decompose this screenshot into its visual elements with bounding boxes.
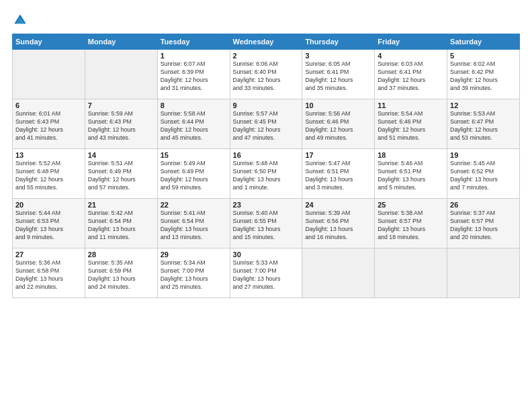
calendar-cell: 25Sunrise: 5:38 AM Sunset: 6:57 PM Dayli… <box>375 199 447 248</box>
calendar-cell: 12Sunrise: 5:53 AM Sunset: 6:47 PM Dayli… <box>447 99 520 149</box>
calendar-cell: 8Sunrise: 5:58 AM Sunset: 6:44 PM Daylig… <box>157 99 230 149</box>
day-number: 23 <box>233 201 300 209</box>
calendar-cell <box>85 50 157 99</box>
day-number: 30 <box>233 250 300 259</box>
calendar-cell: 3Sunrise: 6:05 AM Sunset: 6:41 PM Daylig… <box>302 50 375 99</box>
calendar-cell <box>302 248 375 298</box>
day-info: Sunrise: 6:05 AM Sunset: 6:41 PM Dayligh… <box>305 60 371 93</box>
calendar-cell: 15Sunrise: 5:49 AM Sunset: 6:49 PM Dayli… <box>157 149 230 199</box>
day-number: 18 <box>378 151 444 159</box>
day-number: 22 <box>161 201 227 209</box>
week-row-1: 1Sunrise: 6:07 AM Sunset: 6:39 PM Daylig… <box>13 50 520 99</box>
day-info: Sunrise: 5:58 AM Sunset: 6:44 PM Dayligh… <box>161 110 227 142</box>
calendar-cell: 22Sunrise: 5:41 AM Sunset: 6:54 PM Dayli… <box>157 199 230 248</box>
day-info: Sunrise: 5:59 AM Sunset: 6:43 PM Dayligh… <box>88 110 154 142</box>
day-info: Sunrise: 5:35 AM Sunset: 6:59 PM Dayligh… <box>88 259 154 291</box>
day-info: Sunrise: 5:34 AM Sunset: 7:00 PM Dayligh… <box>161 259 227 291</box>
day-info: Sunrise: 5:47 AM Sunset: 6:51 PM Dayligh… <box>305 160 371 192</box>
calendar-cell: 6Sunrise: 6:01 AM Sunset: 6:43 PM Daylig… <box>13 99 85 149</box>
day-info: Sunrise: 5:54 AM Sunset: 6:46 PM Dayligh… <box>378 110 444 142</box>
week-row-4: 20Sunrise: 5:44 AM Sunset: 6:53 PM Dayli… <box>13 199 520 248</box>
day-info: Sunrise: 5:40 AM Sunset: 6:55 PM Dayligh… <box>233 210 300 242</box>
day-number: 29 <box>161 250 227 259</box>
day-number: 12 <box>450 101 517 109</box>
day-number: 19 <box>450 151 517 159</box>
day-number: 6 <box>15 101 82 109</box>
day-number: 13 <box>15 151 82 159</box>
day-number: 14 <box>88 151 154 159</box>
day-info: Sunrise: 6:02 AM Sunset: 6:42 PM Dayligh… <box>450 60 517 93</box>
calendar-cell: 30Sunrise: 5:33 AM Sunset: 7:00 PM Dayli… <box>230 248 302 298</box>
day-number: 1 <box>161 52 227 60</box>
calendar-cell: 16Sunrise: 5:48 AM Sunset: 6:50 PM Dayli… <box>230 149 302 199</box>
calendar-cell: 7Sunrise: 5:59 AM Sunset: 6:43 PM Daylig… <box>85 99 157 149</box>
day-number: 26 <box>450 201 517 209</box>
day-header-thursday: Thursday <box>302 34 375 50</box>
day-info: Sunrise: 5:38 AM Sunset: 6:57 PM Dayligh… <box>378 210 444 242</box>
calendar-cell: 1Sunrise: 6:07 AM Sunset: 6:39 PM Daylig… <box>157 50 230 99</box>
day-number: 2 <box>233 52 300 60</box>
calendar-table: SundayMondayTuesdayWednesdayThursdayFrid… <box>12 34 520 298</box>
calendar-cell: 2Sunrise: 6:06 AM Sunset: 6:40 PM Daylig… <box>230 50 302 99</box>
day-info: Sunrise: 6:03 AM Sunset: 6:41 PM Dayligh… <box>378 60 444 93</box>
day-number: 25 <box>378 201 444 209</box>
day-info: Sunrise: 5:56 AM Sunset: 6:46 PM Dayligh… <box>305 110 371 142</box>
day-info: Sunrise: 5:41 AM Sunset: 6:54 PM Dayligh… <box>161 210 227 242</box>
day-number: 3 <box>305 52 371 60</box>
day-info: Sunrise: 6:06 AM Sunset: 6:40 PM Dayligh… <box>233 60 300 93</box>
day-number: 11 <box>378 101 444 109</box>
day-info: Sunrise: 5:51 AM Sunset: 6:49 PM Dayligh… <box>88 160 154 192</box>
day-number: 16 <box>233 151 300 159</box>
calendar-cell: 19Sunrise: 5:45 AM Sunset: 6:52 PM Dayli… <box>447 149 520 199</box>
day-info: Sunrise: 5:42 AM Sunset: 6:54 PM Dayligh… <box>88 210 154 242</box>
week-row-5: 27Sunrise: 5:36 AM Sunset: 6:58 PM Dayli… <box>13 248 520 298</box>
calendar-cell <box>13 50 85 99</box>
day-number: 28 <box>88 250 154 259</box>
calendar-cell: 29Sunrise: 5:34 AM Sunset: 7:00 PM Dayli… <box>157 248 230 298</box>
day-info: Sunrise: 5:45 AM Sunset: 6:52 PM Dayligh… <box>450 160 517 192</box>
day-header-saturday: Saturday <box>447 34 520 50</box>
calendar-cell: 27Sunrise: 5:36 AM Sunset: 6:58 PM Dayli… <box>13 248 85 298</box>
day-number: 24 <box>305 201 371 209</box>
calendar-cell: 20Sunrise: 5:44 AM Sunset: 6:53 PM Dayli… <box>13 199 85 248</box>
calendar-cell: 23Sunrise: 5:40 AM Sunset: 6:55 PM Dayli… <box>230 199 302 248</box>
day-info: Sunrise: 5:44 AM Sunset: 6:53 PM Dayligh… <box>15 210 82 242</box>
day-header-monday: Monday <box>85 34 157 50</box>
day-number: 10 <box>305 101 371 109</box>
day-info: Sunrise: 6:01 AM Sunset: 6:43 PM Dayligh… <box>15 110 82 142</box>
calendar-cell: 17Sunrise: 5:47 AM Sunset: 6:51 PM Dayli… <box>302 149 375 199</box>
calendar-cell <box>375 248 447 298</box>
day-info: Sunrise: 5:48 AM Sunset: 6:50 PM Dayligh… <box>233 160 300 192</box>
logo-icon <box>12 12 28 28</box>
logo <box>12 12 32 28</box>
calendar-cell: 14Sunrise: 5:51 AM Sunset: 6:49 PM Dayli… <box>85 149 157 199</box>
day-number: 27 <box>15 250 82 259</box>
day-number: 8 <box>161 101 227 109</box>
calendar-cell: 21Sunrise: 5:42 AM Sunset: 6:54 PM Dayli… <box>85 199 157 248</box>
day-header-friday: Friday <box>375 34 447 50</box>
calendar-cell: 11Sunrise: 5:54 AM Sunset: 6:46 PM Dayli… <box>375 99 447 149</box>
day-number: 15 <box>161 151 227 159</box>
calendar-cell: 26Sunrise: 5:37 AM Sunset: 6:57 PM Dayli… <box>447 199 520 248</box>
day-number: 21 <box>88 201 154 209</box>
calendar-cell: 28Sunrise: 5:35 AM Sunset: 6:59 PM Dayli… <box>85 248 157 298</box>
day-info: Sunrise: 5:39 AM Sunset: 6:56 PM Dayligh… <box>305 210 371 242</box>
day-info: Sunrise: 5:33 AM Sunset: 7:00 PM Dayligh… <box>233 259 300 291</box>
day-header-tuesday: Tuesday <box>157 34 230 50</box>
week-row-2: 6Sunrise: 6:01 AM Sunset: 6:43 PM Daylig… <box>13 99 520 149</box>
day-number: 20 <box>15 201 82 209</box>
page-header <box>12 12 520 28</box>
calendar-cell: 18Sunrise: 5:46 AM Sunset: 6:51 PM Dayli… <box>375 149 447 199</box>
day-number: 9 <box>233 101 300 109</box>
day-header-sunday: Sunday <box>13 34 85 50</box>
day-info: Sunrise: 5:46 AM Sunset: 6:51 PM Dayligh… <box>378 160 444 192</box>
day-number: 17 <box>305 151 371 159</box>
calendar-cell: 24Sunrise: 5:39 AM Sunset: 6:56 PM Dayli… <box>302 199 375 248</box>
day-info: Sunrise: 5:37 AM Sunset: 6:57 PM Dayligh… <box>450 210 517 242</box>
calendar-cell: 5Sunrise: 6:02 AM Sunset: 6:42 PM Daylig… <box>447 50 520 99</box>
day-number: 5 <box>450 52 517 60</box>
calendar-cell: 13Sunrise: 5:52 AM Sunset: 6:48 PM Dayli… <box>13 149 85 199</box>
header-row: SundayMondayTuesdayWednesdayThursdayFrid… <box>13 34 520 50</box>
day-info: Sunrise: 5:52 AM Sunset: 6:48 PM Dayligh… <box>15 160 82 192</box>
calendar-cell: 4Sunrise: 6:03 AM Sunset: 6:41 PM Daylig… <box>375 50 447 99</box>
